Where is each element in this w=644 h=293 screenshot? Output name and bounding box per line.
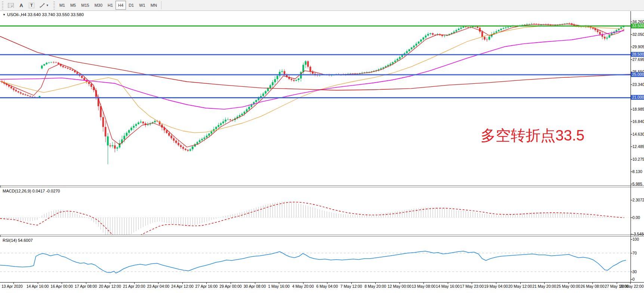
chart-title-row: ▼ USOil-,H4 33.640 33.740 33.550 33.580	[3, 12, 84, 17]
rsi-label: RSI(14) 54.6007	[3, 238, 33, 243]
price-tick-label: 23.340	[632, 82, 644, 87]
timeframe-M1[interactable]: M1	[57, 1, 68, 10]
price-tick-label: 32.050	[632, 32, 644, 37]
chart-grid-button[interactable]: F	[5, 1, 16, 10]
panel-separator[interactable]	[0, 185, 644, 186]
date-label: 28 May 22:00	[620, 284, 644, 289]
grid-icon: F	[8, 3, 14, 8]
timeframe-toolbar-grip[interactable]	[53, 1, 56, 9]
date-label: 19 May 04:00	[484, 284, 508, 289]
date-label: 13 Apr 2020	[1, 284, 23, 289]
date-label: 4 May 20:00	[292, 284, 314, 289]
date-label: 1 May 16:00	[268, 284, 290, 289]
chart-client-area: 34.26032.05029.90527.69525.55023.34018.9…	[0, 11, 644, 293]
date-label: 29 Apr 00:00	[219, 284, 242, 289]
date-label: 16 Apr 00:00	[50, 284, 73, 289]
date-label: 30 Apr 08:00	[244, 284, 266, 289]
price-level-badge: 33.500	[631, 24, 644, 28]
timeframe-group: M1M5M15M30H1H4D1W1MN	[57, 1, 160, 10]
price-tick-label: 30	[632, 269, 637, 274]
date-label: 24 Apr 12:00	[171, 284, 194, 289]
timeframe-M30[interactable]: M30	[92, 1, 105, 10]
text-box-button[interactable]: T	[26, 1, 37, 10]
main-chart-svg[interactable]	[0, 11, 631, 185]
date-label: 23 Apr 04:00	[147, 284, 170, 289]
price-tick-label: 100	[632, 237, 639, 241]
date-label: 17 Apr 08:00	[75, 284, 97, 289]
price-tick-label: -3.5484	[632, 232, 644, 236]
letter-a-icon: A	[19, 3, 23, 8]
date-label: 27 Apr 16:00	[195, 284, 218, 289]
date-label: 7 May 12:00	[341, 284, 362, 289]
timeframe-M15[interactable]: M15	[78, 1, 92, 10]
price-level-badge: 28.500	[631, 52, 644, 57]
toolbar-separator	[161, 1, 161, 9]
text-annotation-button[interactable]: A	[16, 1, 26, 10]
date-label: 14 Apr 16:00	[27, 284, 49, 289]
price-tick-label: 16.840	[632, 119, 644, 124]
rsi-line	[0, 251, 626, 273]
date-label: 8 May 20:00	[364, 284, 386, 289]
terminal-window: F A T ▼ M1M5M15M30H1H4D1W1MN 34.26	[0, 0, 644, 293]
price-tick-label: 10.275	[632, 157, 644, 161]
timeframe-H1[interactable]: H1	[105, 1, 115, 10]
price-tick-label: 0	[632, 277, 635, 281]
macd-label: MACD(12,26,9) 0.0417 -0.0270	[3, 189, 60, 193]
panel-separator[interactable]	[0, 235, 644, 235]
date-label: 25 May 00:00	[557, 284, 580, 289]
date-label: 20 Apr 12:00	[99, 284, 121, 289]
date-label: 6 May 04:00	[316, 284, 338, 289]
price-tick-label: 5.985	[632, 182, 642, 186]
timeframe-H4[interactable]: H4	[115, 1, 126, 10]
price-tick-label: 2.3072	[632, 198, 644, 202]
diagonal-arrows-icon	[40, 3, 45, 8]
toolbar-grip[interactable]	[1, 1, 4, 9]
price-tick-label: 12.485	[632, 144, 644, 149]
panel-separator[interactable]	[0, 187, 644, 187]
date-label: 17 May 23:00	[460, 284, 484, 289]
dropdown-caret-icon: ▼	[46, 4, 49, 7]
collapse-arrow-icon[interactable]: ▼	[3, 13, 6, 16]
chart-title: USOil-,H4 33.640 33.740 33.550 33.580	[7, 12, 84, 17]
price-tick-label: 18.985	[632, 107, 644, 111]
letter-t-icon: T	[29, 3, 34, 8]
toolbar: F A T ▼ M1M5M15M30H1H4D1W1MN	[0, 0, 644, 11]
rsi-panel-svg[interactable]	[0, 237, 631, 282]
timeframe-W1[interactable]: W1	[136, 1, 148, 10]
time-axis[interactable]: 13 Apr 202014 Apr 16:0016 Apr 00:0017 Ap…	[0, 283, 644, 293]
price-tick-label: 14.630	[632, 132, 644, 136]
date-label: 21 May 20:00	[532, 284, 556, 289]
macd-panel-svg[interactable]	[0, 188, 631, 235]
timeframe-M5[interactable]: M5	[68, 1, 78, 10]
price-tick-label: 8.130	[632, 169, 642, 174]
price-level-badge: 25.000	[631, 72, 644, 77]
date-label: 14 May 16:00	[436, 284, 460, 289]
date-label: 12 May 00:00	[388, 284, 412, 289]
panel-separator[interactable]	[0, 236, 644, 237]
arrow-tools-button[interactable]: ▼	[37, 1, 52, 10]
price-level-badge: 21.000	[631, 95, 644, 100]
price-tick-label: 0.00	[632, 215, 640, 220]
date-label: 20 May 12:00	[508, 284, 532, 289]
timeframe-D1[interactable]: D1	[126, 1, 136, 10]
date-label: 21 Apr 20:00	[123, 284, 145, 289]
date-label: 26 May 08:00	[580, 284, 604, 289]
ma-slow-red	[0, 36, 631, 90]
price-tick-label: 70	[632, 251, 637, 255]
price-tick-label: 29.905	[632, 44, 644, 49]
ma-medium-orange	[0, 26, 624, 133]
chart-text-annotation: 多空转折点33.5	[481, 127, 585, 144]
date-label: 13 May 08:00	[412, 284, 436, 289]
timeframe-MN[interactable]: MN	[148, 1, 160, 10]
macd-histogram	[2, 201, 623, 235]
price-tick-label: 27.695	[632, 57, 644, 62]
